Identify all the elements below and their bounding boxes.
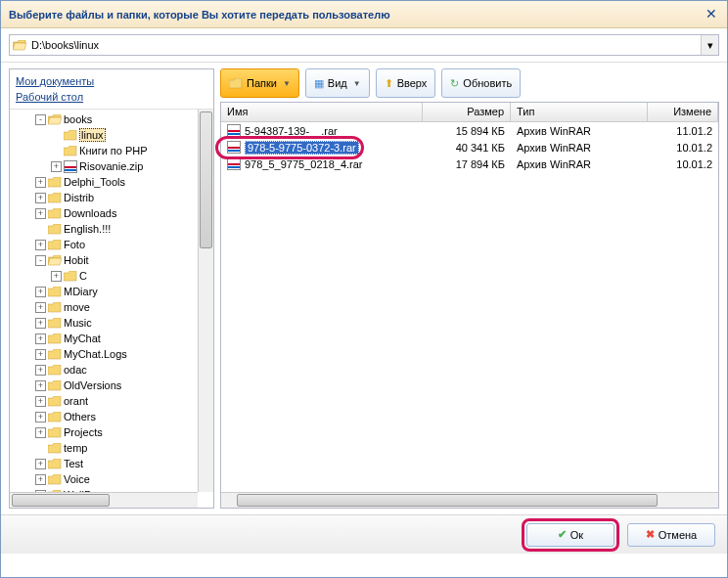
tree-item[interactable]: -books xyxy=(12,111,211,127)
file-type: Архив WinRAR xyxy=(511,141,648,155)
expand-icon[interactable]: + xyxy=(35,396,46,407)
header-size[interactable]: Размер xyxy=(423,103,511,121)
folder-icon xyxy=(48,114,62,125)
expand-icon[interactable]: + xyxy=(51,271,62,282)
folder-icon xyxy=(10,35,29,55)
view-button[interactable]: ▦ Вид▼ xyxy=(305,68,370,98)
tree-item[interactable]: +Test xyxy=(12,456,211,471)
expand-icon[interactable]: + xyxy=(35,349,46,360)
tree-item[interactable]: +MDiary xyxy=(12,284,211,299)
tree-item[interactable]: +Distrib xyxy=(12,190,211,205)
expand-icon[interactable]: + xyxy=(35,177,46,188)
file-modified: 11.01.2 xyxy=(648,124,718,138)
dialog-footer: ✔ Ок ✖ Отмена xyxy=(1,514,727,554)
tree-item[interactable]: +Foto xyxy=(12,237,211,252)
collapse-icon[interactable]: - xyxy=(35,114,46,125)
tree-item[interactable]: +move xyxy=(12,299,211,315)
collapse-icon[interactable]: - xyxy=(35,255,46,266)
tree-item[interactable]: +Delphi_Tools xyxy=(12,174,211,190)
archive-icon xyxy=(227,141,241,154)
archive-icon xyxy=(64,160,77,173)
path-input[interactable] xyxy=(29,35,701,55)
tree-item[interactable]: +odac xyxy=(12,362,211,378)
tree-item[interactable]: +orant xyxy=(12,393,211,409)
tree-item[interactable]: +MyChat xyxy=(12,331,211,346)
folder-icon xyxy=(48,224,62,235)
arrow-up-icon: ⬆ xyxy=(385,77,393,90)
file-size: 17 894 КБ xyxy=(423,157,511,171)
file-size: 40 341 КБ xyxy=(423,141,511,155)
column-headers[interactable]: Имя Размер Тип Измене xyxy=(221,103,718,122)
expand-icon[interactable]: + xyxy=(35,459,46,469)
tree-item[interactable]: linux xyxy=(12,127,211,143)
file-list-area: Имя Размер Тип Измене 5-94387-139-__.rar… xyxy=(220,102,719,509)
ok-button[interactable]: ✔ Ок xyxy=(526,523,614,547)
tree-item[interactable]: +MyChat.Logs xyxy=(12,346,211,362)
expand-icon[interactable]: + xyxy=(35,380,46,391)
expand-icon[interactable]: + xyxy=(35,240,46,250)
expand-icon[interactable]: + xyxy=(35,318,46,329)
path-dropdown[interactable]: ▾ xyxy=(701,35,718,55)
file-row[interactable]: 978_5_9775_0218_4.rar17 894 КБАрхив WinR… xyxy=(221,156,718,172)
tree-item[interactable]: +Music xyxy=(12,315,211,331)
chevron-down-icon: ▼ xyxy=(353,79,361,88)
expand-icon[interactable]: + xyxy=(35,427,46,438)
folder-icon xyxy=(48,396,62,407)
close-icon[interactable]: ✕ xyxy=(704,7,719,22)
expand-icon[interactable]: + xyxy=(35,412,46,422)
folder-icon xyxy=(64,130,77,141)
file-modified: 10.01.2 xyxy=(648,141,718,155)
header-name[interactable]: Имя xyxy=(221,103,423,121)
expand-icon[interactable]: + xyxy=(35,302,46,313)
tree-panel: Мои документы Рабочий стол -bookslinuxКн… xyxy=(9,68,214,509)
file-hscroll[interactable] xyxy=(221,492,718,508)
tree-item[interactable]: +Voice xyxy=(12,471,211,487)
folder-icon xyxy=(229,78,243,89)
expand-icon[interactable]: + xyxy=(35,474,46,485)
tree-item-label: Downloads xyxy=(64,207,116,219)
file-row[interactable]: 5-94387-139-__.rar15 894 КБАрхив WinRAR1… xyxy=(221,122,718,139)
tree-item[interactable]: Книги по PHP xyxy=(12,143,211,158)
tree-item-label: linux xyxy=(79,128,106,142)
tree-item[interactable]: -Hobit xyxy=(12,252,211,268)
tree-hscroll[interactable] xyxy=(10,492,198,508)
tree-item[interactable]: +C xyxy=(12,268,211,284)
path-bar: ▾ xyxy=(1,28,727,63)
my-documents-link[interactable]: Мои документы xyxy=(16,73,207,89)
tree-item[interactable]: temp xyxy=(12,440,211,456)
file-list[interactable]: 5-94387-139-__.rar15 894 КБАрхив WinRAR1… xyxy=(221,122,718,492)
cancel-button[interactable]: ✖ Отмена xyxy=(627,523,715,547)
tree-item-label: Others xyxy=(64,411,96,422)
view-icon: ▦ xyxy=(314,77,324,90)
header-type[interactable]: Тип xyxy=(511,103,648,121)
tree-item[interactable]: +Projects xyxy=(12,424,211,440)
folder-icon xyxy=(48,474,62,485)
tree-item[interactable]: +Risovanie.zip xyxy=(12,158,211,174)
folder-icon xyxy=(48,208,62,219)
folder-tree[interactable]: -bookslinuxКниги по PHP+Risovanie.zip+De… xyxy=(10,110,213,508)
quick-links: Мои документы Рабочий стол xyxy=(10,69,213,110)
expand-icon[interactable]: + xyxy=(35,193,46,203)
expand-icon[interactable]: + xyxy=(35,287,46,297)
tree-item[interactable]: +OldVersions xyxy=(12,378,211,393)
file-name: 978_5_9775_0218_4.rar xyxy=(245,158,363,170)
x-icon: ✖ xyxy=(646,528,655,541)
desktop-link[interactable]: Рабочий стол xyxy=(16,89,207,105)
tree-item-label: odac xyxy=(64,364,87,376)
tree-vscroll[interactable] xyxy=(198,110,213,492)
folder-icon xyxy=(48,287,62,297)
tree-item[interactable]: +Others xyxy=(12,409,211,424)
file-type: Архив WinRAR xyxy=(511,124,648,138)
tree-item[interactable]: +Downloads xyxy=(12,205,211,221)
expand-icon[interactable]: + xyxy=(35,208,46,219)
folder-icon xyxy=(48,443,62,454)
up-button[interactable]: ⬆ Вверх xyxy=(376,68,436,98)
expand-icon[interactable]: + xyxy=(35,365,46,376)
refresh-button[interactable]: ↻ Обновить xyxy=(441,68,521,98)
expand-icon[interactable]: + xyxy=(35,333,46,344)
expand-icon[interactable]: + xyxy=(51,161,62,172)
file-row[interactable]: 978-5-9775-0372-3.rar40 341 КБАрхив WinR… xyxy=(221,139,718,156)
tree-item[interactable]: English.!!! xyxy=(12,221,211,237)
header-modified[interactable]: Измене xyxy=(648,103,718,121)
folders-button[interactable]: Папки▼ xyxy=(220,68,299,98)
